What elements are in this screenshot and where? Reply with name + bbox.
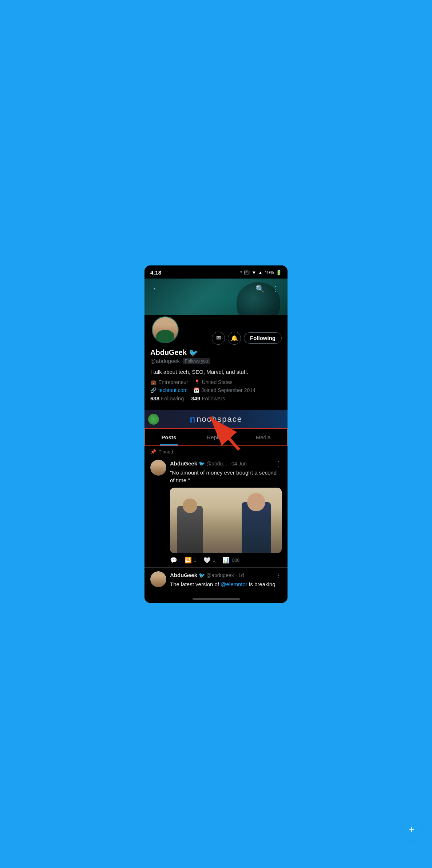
meta-row-2: 🔗 techtout.com 📅 Joined September 2014 <box>150 387 282 393</box>
profile-bio: I talk about tech, SEO, Marvel, and stuf… <box>150 368 282 376</box>
cover-nav: ← 🔍 ⋮ <box>144 279 288 299</box>
tweet-text: "No amount of money ever bought a second… <box>170 469 282 484</box>
joined-text: Joined September 2014 <box>201 387 255 393</box>
follows-you-badge: Follows you <box>183 358 210 364</box>
meta-row-1: 💼 Entrepreneur 📍 United States <box>150 379 282 385</box>
noobspace-n-letter: n <box>190 413 196 425</box>
website-link[interactable]: techtout.com <box>158 387 187 393</box>
home-indicator <box>144 595 288 603</box>
second-tweet-text: The latest version of @elemntor is break… <box>170 580 282 588</box>
status-bar: 4:18 * 📳 ▼ ▲ 19% 🔋 <box>144 265 288 279</box>
second-tweet-more[interactable]: ⋮ <box>275 571 282 579</box>
tabs-container: Posts Replies Media <box>144 428 288 446</box>
tab-posts[interactable]: Posts <box>145 429 193 445</box>
tweet-actions: 💬 🔁 1 🤍 1 📊 680 <box>170 557 282 564</box>
views-action[interactable]: 📊 680 <box>222 557 239 564</box>
occupation-text: Entrepreneur <box>158 379 188 385</box>
handle-row: @abdugeek Follows you <box>150 358 282 364</box>
home-bar <box>193 598 240 600</box>
vibrate-icon: 📳 <box>244 270 250 275</box>
pinned-tweet[interactable]: AbduGeek 🐦 @abdu... · 04 Jun ⋮ "No amoun… <box>144 456 288 568</box>
avatar[interactable] <box>150 315 180 345</box>
tweet-author-name: AbduGeek <box>170 460 197 467</box>
second-tweet-content: AbduGeek 🐦 @abdugeek · 1d ⋮ The latest v… <box>170 571 282 592</box>
status-time: 4:18 <box>150 269 161 276</box>
figure-left <box>177 506 203 553</box>
followers-label: Followers <box>202 395 225 401</box>
back-button[interactable]: ← <box>150 282 163 295</box>
nav-right-buttons: 🔍 ⋮ <box>253 282 282 295</box>
tab-replies[interactable]: Replies <box>193 429 240 445</box>
retweet-action[interactable]: 🔁 1 <box>185 557 196 564</box>
tweet-verified-icon: 🐦 <box>199 461 205 467</box>
avatar-row: ✉ 🔔 Following <box>150 315 282 345</box>
battery-text: 19% <box>265 270 274 275</box>
tweet-header-left: AbduGeek 🐦 @abdu... · 04 Jun <box>170 460 274 467</box>
phone-frame: 4:18 * 📳 ▼ ▲ 19% 🔋 ← 🔍 ⋮ ✉ <box>144 265 288 603</box>
joined-item: 📅 Joined September 2014 <box>193 387 255 393</box>
tweet-dot: · <box>229 461 230 467</box>
reply-action[interactable]: 💬 <box>170 557 177 564</box>
calendar-icon: 📅 <box>193 387 199 393</box>
like-icon: 🤍 <box>203 557 211 564</box>
tweet-content: AbduGeek 🐦 @abdu... · 04 Jun ⋮ "No amoun… <box>170 460 282 564</box>
signal-icon: ▲ <box>258 270 263 275</box>
views-icon: 📊 <box>222 557 230 564</box>
noobspace-banner: n noobspace <box>144 410 288 428</box>
location-text: United States <box>202 379 233 385</box>
status-icons: * 📳 ▼ ▲ 19% 🔋 <box>240 270 282 275</box>
views-count: 680 <box>231 557 239 563</box>
figure-right <box>242 502 271 553</box>
tweet-more-button[interactable]: ⋮ <box>275 460 282 468</box>
profile-section: ✉ 🔔 Following AbduGeek 🐦 @abdugeek Follo… <box>144 315 288 410</box>
location-icon: 📍 <box>194 379 200 385</box>
second-tweet-avatar <box>150 571 166 587</box>
tweet-scene <box>170 488 282 553</box>
second-tweet-name: AbduGeek <box>170 572 197 578</box>
profile-handle: @abdugeek <box>150 358 180 364</box>
briefcase-icon: 💼 <box>150 379 156 385</box>
stats-row: 638 Following 349 Followers <box>150 395 282 401</box>
profile-name-row: AbduGeek 🐦 <box>150 348 282 357</box>
battery-icon: 🔋 <box>276 270 282 275</box>
wifi-icon: ▼ <box>251 270 256 275</box>
tab-media[interactable]: Media <box>239 429 287 445</box>
search-button[interactable]: 🔍 <box>253 282 266 295</box>
second-tweet-handle: @abdugeek <box>206 572 234 578</box>
occupation-item: 💼 Entrepreneur <box>150 379 188 385</box>
action-buttons: ✉ 🔔 Following <box>212 332 282 345</box>
tweet-header: AbduGeek 🐦 @abdu... · 04 Jun ⋮ <box>170 460 282 468</box>
retweet-icon: 🔁 <box>185 557 192 564</box>
second-tweet-time: 1d <box>238 572 244 578</box>
following-count: 638 <box>150 395 159 401</box>
followers-stat[interactable]: 349 Followers <box>191 395 225 401</box>
more-button[interactable]: ⋮ <box>269 282 282 295</box>
website-item[interactable]: 🔗 techtout.com <box>150 387 187 393</box>
profile-name: AbduGeek <box>150 348 187 357</box>
reply-icon: 💬 <box>170 557 177 564</box>
tweet-image <box>170 488 282 553</box>
pin-icon: 📌 <box>150 449 156 455</box>
following-stat[interactable]: 638 Following <box>150 395 184 401</box>
message-button[interactable]: ✉ <box>212 332 225 345</box>
followers-count: 349 <box>191 395 200 401</box>
like-action[interactable]: 🤍 1 <box>203 557 215 564</box>
location-item: 📍 United States <box>194 379 233 385</box>
following-button[interactable]: Following <box>244 332 282 344</box>
pinned-text: Pinned <box>158 449 173 455</box>
notification-button[interactable]: 🔔 <box>228 332 241 345</box>
pinned-label: 📌 Pinned <box>144 446 288 456</box>
second-tweet-header: AbduGeek 🐦 @abdugeek · 1d ⋮ <box>170 571 282 579</box>
tweet-avatar <box>150 460 166 476</box>
like-count: 1 <box>213 557 215 563</box>
second-tweet-link[interactable]: @elemntor <box>221 581 247 587</box>
bluetooth-icon: * <box>240 270 242 275</box>
tabs-wrapper: Posts Replies Media <box>144 428 288 446</box>
link-icon: 🔗 <box>150 387 156 393</box>
second-tweet-header-left: AbduGeek 🐦 @abdugeek · 1d <box>170 572 274 578</box>
tweet-author-handle: @abdu... <box>206 461 227 467</box>
avatar-image <box>152 317 178 343</box>
second-tweet[interactable]: AbduGeek 🐦 @abdugeek · 1d ⋮ The latest v… <box>144 568 288 595</box>
second-tweet-verified: 🐦 <box>199 572 205 578</box>
verified-icon: 🐦 <box>189 348 198 357</box>
